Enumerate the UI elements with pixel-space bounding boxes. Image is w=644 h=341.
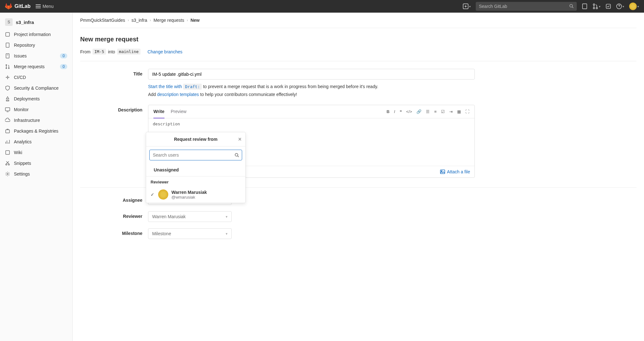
popover-title: Request review from [174,137,218,142]
menu-label: Menu [43,4,54,9]
hamburger-icon [36,4,41,8]
sidebar-item-issues[interactable]: Issues0 [0,51,72,61]
indent-icon[interactable]: ⇥ [449,109,453,114]
template-link[interactable]: description templates [157,92,199,97]
user-avatar [629,3,637,10]
issues-shortcut-icon[interactable] [582,3,587,9]
fullscreen-icon[interactable]: ⛶ [465,109,469,114]
page-title: New merge request [80,36,636,43]
create-new-button[interactable]: ▾ [463,3,471,9]
sidebar-item-label: Monitor [14,107,29,112]
wiki-icon [5,150,10,155]
editor-toolbar: B I ❝ </> 🔗 ☰ ≡ ☑ ⇥ ▦ ⛶ [387,109,469,114]
reviewer-select[interactable]: Warren Marusiak▾ [148,211,232,222]
menu-button[interactable]: Menu [36,4,54,9]
search-icon [235,153,239,158]
user-menu[interactable]: ▾ [629,3,639,10]
sidebar-item-packages[interactable]: Packages & Registries [0,126,72,136]
code-icon[interactable]: </> [406,109,412,114]
gitlab-icon [5,3,12,10]
italic-icon[interactable]: I [394,109,395,114]
task-list-icon[interactable]: ☑ [441,109,445,114]
sidebar-item-cicd[interactable]: CI/CD [0,72,72,83]
sidebar-item-label: Packages & Registries [14,129,58,134]
project-name: s3_infra [16,20,34,25]
sidebar-item-merge-requests[interactable]: Merge requests0 [0,61,72,72]
svg-rect-5 [582,4,587,9]
change-branches-link[interactable]: Change branches [147,49,182,54]
bold-icon[interactable]: B [387,109,390,114]
user-handle: @wmarusiak [171,195,207,200]
milestone-label: Milestone [80,228,148,239]
snippets-icon [5,161,10,166]
sidebar-item-label: Issues [14,53,27,58]
sidebar-item-label: Project information [14,32,51,37]
svg-rect-12 [6,43,9,47]
sidebar-item-project-info[interactable]: Project information [0,29,72,40]
svg-rect-30 [440,170,445,174]
bullet-list-icon[interactable]: ☰ [426,109,430,114]
unassigned-option[interactable]: Unassigned [146,164,245,176]
package-icon [5,129,10,134]
sidebar-item-label: Repository [14,43,35,48]
user-option[interactable]: ✓ Warren Marusiak @wmarusiak [146,186,245,203]
sidebar-item-repository[interactable]: Repository [0,40,72,51]
search-icon [569,4,574,9]
sidebar-item-infrastructure[interactable]: Infrastructure [0,115,72,126]
cicd-icon [5,75,10,80]
milestone-select[interactable]: Milestone▾ [148,228,232,239]
svg-point-27 [6,164,7,165]
deploy-icon [5,96,10,101]
gear-icon [5,171,10,176]
title-input[interactable] [148,69,475,80]
sidebar-item-analytics[interactable]: Analytics [0,136,72,147]
infra-icon [5,118,10,123]
svg-line-4 [572,7,574,8]
svg-rect-13 [6,54,9,58]
sidebar-item-deployments[interactable]: Deployments [0,93,72,104]
sidebar-item-security[interactable]: Security & Compliance [0,83,72,93]
svg-point-3 [570,4,573,7]
crumb[interactable]: s3_infra [131,18,147,23]
sidebar-item-monitor[interactable]: Monitor [0,104,72,115]
sidebar-item-label: Settings [14,171,30,176]
description-label: Description [80,105,148,178]
chevron-down-icon: ▾ [226,232,228,236]
sidebar-item-label: Wiki [14,150,22,155]
quote-icon[interactable]: ❝ [400,109,402,114]
link-icon[interactable]: 🔗 [416,109,421,114]
user-name: Warren Marusiak [171,190,207,195]
svg-point-29 [7,173,8,175]
close-icon[interactable]: × [238,136,242,143]
preview-tab[interactable]: Preview [171,105,187,118]
gitlab-logo[interactable]: GitLab [5,3,31,10]
svg-rect-21 [6,130,9,133]
project-header[interactable]: S s3_infra [0,15,72,29]
global-search-input[interactable] [476,2,577,11]
search-users-input[interactable] [149,150,242,160]
write-tab[interactable]: Write [153,105,164,118]
brand-text: GitLab [15,3,31,9]
target-branch: mainline [117,49,141,55]
sidebar-item-label: Analytics [14,139,32,144]
svg-rect-26 [6,151,9,154]
todos-shortcut-icon[interactable] [605,3,611,9]
table-icon[interactable]: ▦ [457,109,461,114]
sidebar-item-wiki[interactable]: Wiki [0,147,72,158]
chevron-down-icon: ▾ [226,215,228,219]
attach-file-link[interactable]: Attach a file [440,169,470,174]
sidebar-item-label: CI/CD [14,75,26,80]
sidebar-item-settings[interactable]: Settings [0,169,72,179]
numbered-list-icon[interactable]: ≡ [434,109,437,114]
crumb[interactable]: Merge requests [153,18,184,23]
sidebar-item-snippets[interactable]: Snippets [0,158,72,169]
mr-shortcut-icon[interactable]: ▾ [593,3,600,9]
draft-hint-link[interactable]: Start the title with Draft: [148,84,202,89]
svg-point-15 [6,65,7,66]
sidebar-item-label: Snippets [14,161,31,166]
crumb[interactable]: PmmQuickStartGuides [80,18,125,23]
repo-icon [5,43,10,48]
main-content: PmmQuickStartGuides› s3_infra› Merge req… [73,13,644,341]
help-icon[interactable]: ▾ [616,3,624,9]
sidebar-item-label: Deployments [14,96,40,101]
